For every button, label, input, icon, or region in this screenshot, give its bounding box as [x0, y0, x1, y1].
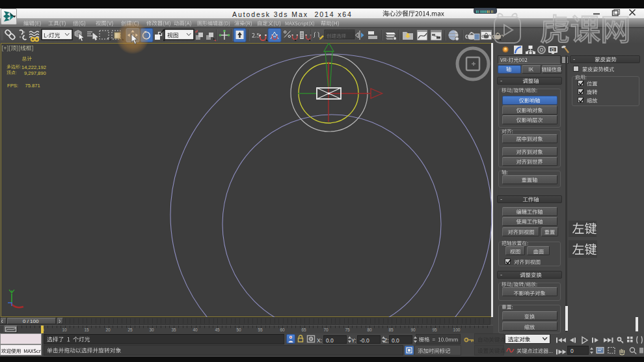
- svg-text:O: O: [551, 48, 554, 52]
